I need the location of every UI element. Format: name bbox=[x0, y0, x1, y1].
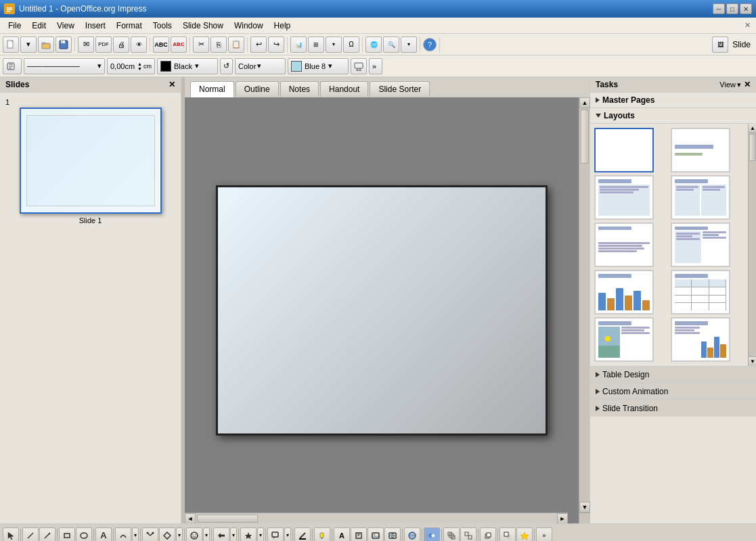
arrow-tool[interactable] bbox=[39, 527, 55, 542]
menu-edit[interactable]: Edit bbox=[26, 18, 51, 33]
smiley-dropdown[interactable]: ▾ bbox=[203, 527, 210, 542]
menu-tools[interactable]: Tools bbox=[148, 18, 177, 33]
table-design-header[interactable]: Table Design bbox=[590, 367, 756, 383]
print-button[interactable]: 🖨 bbox=[113, 37, 129, 53]
editor-scrollbar-h[interactable]: ◄ ► bbox=[185, 513, 568, 523]
slide-transition-header[interactable]: Slide Transition bbox=[590, 400, 756, 417]
curve-tool[interactable] bbox=[115, 527, 131, 542]
preview-button[interactable]: 👁 bbox=[131, 37, 147, 53]
tasks-view-button[interactable]: View ▾ bbox=[719, 80, 741, 89]
tasks-scrollbar-v[interactable]: ▲ ▼ bbox=[748, 124, 756, 366]
slide-content[interactable] bbox=[218, 187, 546, 433]
open-button[interactable] bbox=[38, 37, 54, 53]
zoom-button[interactable]: 🔍 bbox=[383, 37, 399, 53]
rect-tool[interactable] bbox=[59, 527, 75, 542]
autocorrect-button[interactable]: ABC bbox=[171, 37, 187, 53]
shadow-tool[interactable] bbox=[499, 527, 516, 542]
select-tool[interactable] bbox=[3, 527, 19, 542]
slide-img-button[interactable]: 🖼 bbox=[712, 37, 728, 53]
scroll-left-button[interactable]: ◄ bbox=[185, 513, 196, 523]
master-pages-section[interactable]: Master Pages bbox=[590, 93, 756, 108]
callout-dropdown[interactable]: ▾ bbox=[284, 527, 291, 542]
close-button[interactable]: ✕ bbox=[740, 3, 752, 14]
line-style-dropdown[interactable]: ────────── ▾ bbox=[24, 58, 105, 74]
layout-title-content[interactable] bbox=[594, 175, 654, 220]
spell-button[interactable]: ABC bbox=[153, 37, 169, 53]
tasks-scroll-up[interactable]: ▲ bbox=[749, 124, 756, 133]
new-dropdown[interactable]: ▾ bbox=[20, 37, 37, 53]
new-button[interactable] bbox=[3, 37, 19, 53]
menu-insert[interactable]: Insert bbox=[80, 18, 111, 33]
connector-tool[interactable] bbox=[142, 527, 158, 542]
star-dropdown[interactable]: ▾ bbox=[257, 527, 264, 542]
tab-notes[interactable]: Notes bbox=[280, 81, 319, 97]
layout-split[interactable] bbox=[671, 222, 730, 267]
layout-centered[interactable] bbox=[594, 222, 654, 267]
zoom-dropdown[interactable]: ▾ bbox=[401, 37, 417, 53]
slide-canvas-bg[interactable] bbox=[185, 97, 579, 523]
layout-blank[interactable] bbox=[594, 128, 654, 172]
color-picker[interactable]: Black ▾ bbox=[157, 58, 218, 74]
arrows-dropdown[interactable]: ▾ bbox=[230, 527, 237, 542]
menu-end-icon[interactable]: ✕ bbox=[742, 20, 753, 31]
tasks-close-button[interactable]: ✕ bbox=[744, 80, 751, 89]
window-controls[interactable]: ─ □ ✕ bbox=[713, 3, 752, 14]
copy-button[interactable]: ⎘ bbox=[210, 37, 227, 53]
menu-view[interactable]: View bbox=[51, 18, 80, 33]
save-button[interactable] bbox=[55, 37, 72, 53]
email-button[interactable]: ✉ bbox=[78, 37, 94, 53]
menu-help[interactable]: Help bbox=[269, 18, 296, 33]
textbox-tool[interactable] bbox=[351, 527, 367, 542]
list-item[interactable]: 1 Slide 1 bbox=[5, 98, 175, 225]
layout-table[interactable] bbox=[671, 270, 730, 314]
layout-title[interactable] bbox=[671, 128, 730, 172]
callout-tool[interactable] bbox=[267, 527, 284, 542]
layout-content-chart[interactable] bbox=[671, 317, 730, 362]
slides-panel-close[interactable]: ✕ bbox=[169, 80, 175, 89]
refresh-button[interactable]: ↺ bbox=[220, 58, 233, 74]
special-char-button[interactable]: Ω bbox=[343, 37, 359, 53]
tasks-scroll-thumb[interactable] bbox=[749, 134, 756, 161]
style-button[interactable] bbox=[3, 58, 22, 74]
tab-handout[interactable]: Handout bbox=[320, 81, 368, 97]
scroll-down-button[interactable]: ▼ bbox=[579, 502, 590, 513]
h-scroll-track[interactable] bbox=[196, 513, 557, 523]
menu-window[interactable]: Window bbox=[229, 18, 269, 33]
menu-file[interactable]: File bbox=[3, 18, 26, 33]
highlighter-tool[interactable] bbox=[314, 527, 330, 542]
undo-button[interactable]: ↩ bbox=[250, 37, 267, 53]
menu-slideshow[interactable]: Slide Show bbox=[177, 18, 229, 33]
maximize-button[interactable]: □ bbox=[726, 3, 738, 14]
layouts-section[interactable]: Layouts bbox=[590, 108, 756, 124]
slide-quick-btn[interactable]: 🖼 Slide bbox=[712, 37, 753, 53]
imgframe-tool[interactable] bbox=[368, 527, 384, 542]
navigator-button[interactable]: 🌐 bbox=[365, 37, 382, 53]
diamond-tool[interactable] bbox=[159, 527, 175, 542]
line-width-spinner[interactable]: ▲ ▼ bbox=[137, 62, 142, 71]
group-tool[interactable] bbox=[443, 527, 460, 542]
slide-thumbnail[interactable] bbox=[20, 108, 162, 214]
redo-button[interactable]: ↪ bbox=[268, 37, 284, 53]
menu-format[interactable]: Format bbox=[111, 18, 148, 33]
line-tool[interactable] bbox=[22, 527, 39, 542]
table-dropdown[interactable]: ▾ bbox=[326, 37, 342, 53]
layout-img-content[interactable] bbox=[594, 317, 654, 362]
tab-slidesorter[interactable]: Slide Sorter bbox=[370, 81, 430, 97]
monitor-button[interactable] bbox=[351, 58, 367, 74]
v-scroll-track[interactable] bbox=[579, 108, 590, 502]
tab-outline[interactable]: Outline bbox=[236, 81, 279, 97]
shapes-dropdown[interactable]: ▾ bbox=[176, 527, 183, 542]
curve-dropdown[interactable]: ▾ bbox=[132, 527, 139, 542]
more-draw-button[interactable]: » bbox=[536, 527, 552, 542]
minimize-button[interactable]: ─ bbox=[713, 3, 725, 14]
editor-scrollbar-v[interactable]: ▲ ▼ bbox=[579, 97, 590, 523]
effects-tool[interactable] bbox=[516, 527, 533, 542]
text-tool[interactable]: A bbox=[95, 527, 112, 542]
arrange-tool[interactable] bbox=[480, 527, 496, 542]
charmap-tool[interactable]: A bbox=[334, 527, 350, 542]
tasks-scroll-down[interactable]: ▼ bbox=[749, 356, 756, 366]
insert-chart-button[interactable]: 📊 bbox=[290, 37, 307, 53]
help-button[interactable]: ? bbox=[423, 38, 437, 51]
line-type-dropdown[interactable]: Color ▾ bbox=[235, 58, 286, 74]
photo-tool[interactable] bbox=[384, 527, 401, 542]
